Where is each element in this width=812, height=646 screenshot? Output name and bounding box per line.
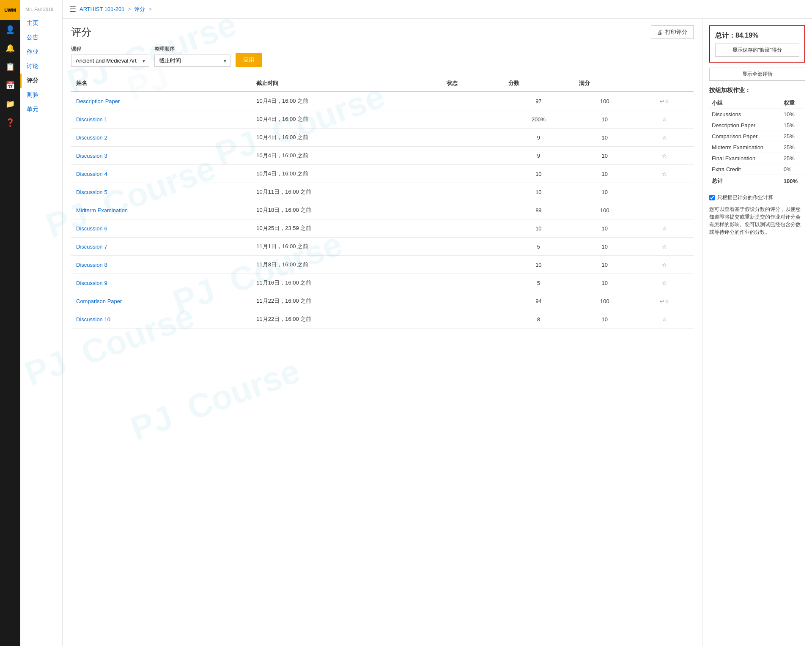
sidebar-item-assignments[interactable]: 作业 [20, 45, 62, 59]
weighted-weight-5: 0% [781, 164, 805, 175]
assignment-link-2[interactable]: Discussion 2 [76, 134, 107, 141]
table-row: Discussion 4 10月4日，16:00 之前 10 10 ☆ [71, 165, 694, 183]
assignment-name-cell: Discussion 3 [71, 147, 251, 165]
assignment-name-cell: Discussion 9 [71, 274, 251, 292]
breadcrumb-course[interactable]: ARTHIST 101-201 [80, 6, 124, 12]
full-score-cell: 10 [574, 310, 636, 328]
icon-sidebar: UWM 👤 🔔 📋 📅 📁 ❓ [0, 0, 20, 646]
score-cell: 10 [503, 219, 574, 238]
weighted-group-2: Comparison Paper [709, 131, 781, 142]
due-date-cell: 10月25日，23:59 之前 [251, 219, 442, 238]
icon-cell: ☆ [636, 274, 694, 292]
status-cell [442, 147, 503, 165]
due-date-cell: 10月4日，16:00 之前 [251, 129, 442, 147]
assignment-link-10[interactable]: Discussion 9 [76, 280, 107, 286]
table-row: Discussion 1 10月4日，16:00 之前 200% 10 ☆ [71, 110, 694, 129]
icon-cell: ☆ [636, 110, 694, 129]
weighted-row: Comparison Paper25% [709, 131, 805, 142]
course-filter-label: 课程 [71, 46, 149, 53]
print-button[interactable]: 🖨 打印评分 [651, 25, 694, 39]
content-wrapper: PJ Course PJ Course PJ Course PJ Course … [63, 19, 812, 646]
course-select-wrapper: Ancient and Medieval Art [71, 55, 149, 67]
breadcrumb-bar: ☰ ARTHIST 101-201 > 评分 > [63, 0, 812, 19]
col-status: 状态 [442, 75, 503, 92]
assignment-link-0[interactable]: Description Paper [76, 98, 120, 104]
sidebar-item-modules[interactable]: 单元 [20, 102, 62, 117]
sidebar-item-home[interactable]: 主页 [20, 16, 62, 30]
assignment-name-cell: Discussion 5 [71, 183, 251, 201]
assignment-link-1[interactable]: Discussion 1 [76, 116, 107, 123]
grades-table: 姓名 截止时间 状态 分数 满分 Description Paper 10月4日… [71, 75, 694, 328]
assignment-link-4[interactable]: Discussion 4 [76, 171, 107, 177]
icon-cell: ☆ [636, 165, 694, 183]
total-box: 总计：84.19% 显示保存的"假设"得分 [709, 25, 805, 63]
table-row: Description Paper 10月4日，16:00 之前 97 100 … [71, 92, 694, 110]
assignment-name-cell: Discussion 8 [71, 256, 251, 274]
total-percentage: 总计：84.19% [715, 31, 799, 40]
notification-icon[interactable]: 🔔 [0, 39, 20, 57]
status-cell [442, 201, 503, 219]
breadcrumb-section[interactable]: 评分 [134, 5, 145, 13]
hypothetical-button[interactable]: 显示保存的"假设"得分 [715, 44, 799, 57]
weighted-group-5: Extra Credit [709, 164, 781, 175]
assignment-name-cell: Description Paper [71, 92, 251, 110]
grades-panel: PJ Course PJ Course PJ Course PJ Course … [63, 19, 702, 646]
hamburger-icon[interactable]: ☰ [69, 5, 76, 14]
assignment-link-11[interactable]: Comparison Paper [76, 298, 122, 304]
assignment-link-6[interactable]: Midterm Examination [76, 207, 128, 214]
status-cell [442, 129, 503, 147]
col-name: 姓名 [71, 75, 251, 92]
order-select[interactable]: 截止时间 [154, 55, 230, 67]
info-text: 您可以查看基于假设分数的评分，以便您知道即将提交或重新提交的作业对评分会有怎样的… [709, 205, 805, 236]
full-score-cell: 10 [574, 274, 636, 292]
due-date-cell: 10月4日，16:00 之前 [251, 165, 442, 183]
weighted-total-label: 总计 [709, 175, 781, 187]
full-score-cell: 10 [574, 238, 636, 256]
due-date-cell: 11月22日，16:00 之前 [251, 292, 442, 310]
assignment-name-cell: Discussion 4 [71, 165, 251, 183]
assignment-name-cell: Discussion 2 [71, 129, 251, 147]
sidebar-item-announcements[interactable]: 公告 [20, 30, 62, 45]
checkbox-row: 只根据已计分的作业计算 [709, 194, 805, 201]
assignment-link-3[interactable]: Discussion 3 [76, 153, 107, 159]
status-cell [442, 165, 503, 183]
due-date-cell: 11月22日，16:00 之前 [251, 310, 442, 328]
assignment-link-12[interactable]: Discussion 10 [76, 316, 110, 323]
course-select[interactable]: Ancient and Medieval Art [71, 55, 149, 67]
icon-cell: ↩︎☆ [636, 92, 694, 110]
sidebar-item-grades[interactable]: 评分 [20, 74, 62, 88]
course-filter-group: 课程 Ancient and Medieval Art [71, 46, 149, 67]
weighted-row: Discussions10% [709, 109, 805, 120]
sidebar-item-quizzes[interactable]: 测验 [20, 88, 62, 102]
due-date-cell: 10月4日，16:00 之前 [251, 147, 442, 165]
table-row: Discussion 10 11月22日，16:00 之前 8 10 ☆ [71, 310, 694, 328]
assignment-link-7[interactable]: Discussion 6 [76, 225, 107, 232]
table-row: Discussion 8 11月8日，16:00 之前 10 10 ☆ [71, 256, 694, 274]
score-cell: 5 [503, 238, 574, 256]
assignment-link-8[interactable]: Discussion 7 [76, 244, 107, 250]
user-icon[interactable]: 👤 [0, 20, 20, 39]
weighted-row: Extra Credit0% [709, 164, 805, 175]
assignment-link-5[interactable]: Discussion 5 [76, 189, 107, 195]
calendar-icon[interactable]: 📅 [0, 76, 20, 95]
nav-sidebar: MIL Fall 2019 主页 公告 作业 讨论 评分 测验 单元 [20, 0, 63, 646]
icon-cell: ☆ [636, 219, 694, 238]
icon-cell: ☆ [636, 256, 694, 274]
weighted-weight-4: 25% [781, 153, 805, 164]
calculated-checkbox[interactable] [709, 195, 715, 200]
help-icon[interactable]: ❓ [0, 113, 20, 132]
courses-icon[interactable]: 📋 [0, 57, 20, 76]
files-icon[interactable]: 📁 [0, 95, 20, 113]
weighted-total-row: 总计100% [709, 175, 805, 187]
status-cell [442, 110, 503, 129]
table-row: Discussion 6 10月25日，23:59 之前 10 10 ☆ [71, 219, 694, 238]
icon-cell: ☆ [636, 147, 694, 165]
icon-cell [636, 201, 694, 219]
score-cell: 10 [503, 256, 574, 274]
table-row: Comparison Paper 11月22日，16:00 之前 94 100 … [71, 292, 694, 310]
apply-button[interactable]: 应用 [236, 53, 262, 67]
sidebar-item-discussions[interactable]: 讨论 [20, 59, 62, 74]
show-details-button[interactable]: 显示全部详情 [709, 68, 805, 81]
assignment-link-9[interactable]: Discussion 8 [76, 262, 107, 268]
grades-header: 评分 🖨 打印评分 [71, 25, 694, 39]
